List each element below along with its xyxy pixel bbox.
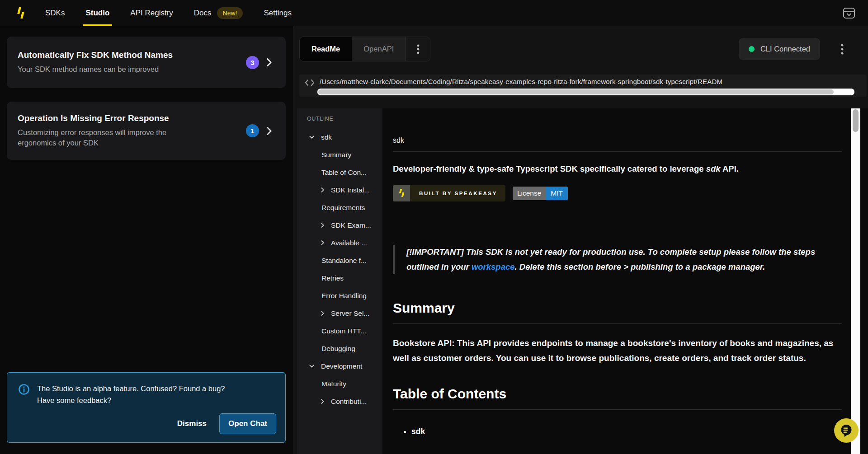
- readme-workspace: OUTLINE sdk Summary Table of Con... SDK …: [293, 108, 868, 454]
- nav-item-api-registry[interactable]: API Registry: [130, 0, 173, 26]
- outline-item-sdk[interactable]: sdk: [297, 128, 382, 146]
- license-label: License: [513, 187, 546, 200]
- chevron-right-icon: [320, 398, 326, 404]
- horizontal-scrollbar-thumb[interactable]: [318, 89, 834, 94]
- vertical-scrollbar[interactable]: [851, 108, 860, 454]
- tab-overflow-menu[interactable]: [406, 37, 430, 61]
- feedback-message: The Studio is an alpha feature. Confused…: [37, 383, 238, 406]
- readme-title: sdk: [393, 136, 842, 145]
- dismiss-button[interactable]: Dismiss: [177, 419, 207, 428]
- tab-readme[interactable]: ReadMe: [300, 37, 352, 61]
- chat-bubble-icon: [839, 423, 854, 438]
- tab-openapi[interactable]: OpenAPI: [352, 37, 406, 61]
- cli-status-label: CLI Connected: [760, 45, 810, 53]
- intro-emphasis: sdk: [706, 164, 721, 173]
- outline-item-label: Available ...: [331, 239, 367, 247]
- outline-item-label: Server Sel...: [331, 309, 369, 318]
- issues-panel: Automatically Fix SDK Method Names Your …: [0, 26, 293, 454]
- speakeasy-lightning-icon: [393, 185, 410, 201]
- outline-item-debugging[interactable]: Debugging: [297, 340, 382, 357]
- workspace-link[interactable]: workspace: [472, 262, 515, 271]
- window-dropdown-icon[interactable]: [843, 7, 855, 19]
- outline-item-retries[interactable]: Retries: [297, 269, 382, 287]
- outline-item-label: Standalone f...: [321, 257, 367, 265]
- issue-subtitle: Your SDK method names can be improved: [18, 64, 177, 75]
- outline-sidebar: OUTLINE sdk Summary Table of Con... SDK …: [297, 108, 382, 454]
- outline-item-label: Table of Con...: [321, 168, 367, 177]
- toc-heading: Table of Contents: [393, 386, 842, 402]
- panel-overflow-menu[interactable]: [841, 43, 844, 55]
- kebab-icon: [841, 43, 844, 55]
- chat-button[interactable]: [834, 418, 859, 443]
- cli-status-badge[interactable]: CLI Connected: [739, 38, 820, 60]
- vertical-scrollbar-thumb[interactable]: [853, 109, 859, 132]
- badge-row: BUILT BY SPEAKEASY License MIT: [393, 185, 842, 201]
- outline-item-sdk-examples[interactable]: SDK Exam...: [297, 216, 382, 234]
- kebab-icon: [417, 44, 420, 55]
- outline-item-available[interactable]: Available ...: [297, 234, 382, 252]
- issue-subtitle: Customizing error responses will improve…: [18, 127, 177, 148]
- toc-item-sdk[interactable]: sdk: [411, 427, 842, 436]
- issue-count-badge: 1: [246, 124, 259, 137]
- nav-item-sdks[interactable]: SDKs: [45, 0, 65, 26]
- chevron-right-icon: [320, 310, 326, 316]
- outline-item-label: Retries: [321, 274, 344, 282]
- outline-item-label: Requirements: [321, 204, 365, 212]
- built-by-label: BUILT BY SPEAKEASY: [410, 185, 505, 201]
- divider: [393, 323, 842, 324]
- divider: [393, 151, 842, 152]
- summary-body: Bookstore API: This API provides endpoin…: [393, 336, 842, 365]
- outline-item-maturity[interactable]: Maturity: [297, 375, 382, 393]
- outline-item-label: Maturity: [321, 380, 346, 388]
- main-nav: SDKs Studio API Registry Docs New! Setti…: [45, 0, 312, 26]
- readme-intro: Developer-friendly & type-safe Typescrip…: [393, 164, 842, 174]
- issue-title: Operation Is Missing Error Response: [18, 113, 246, 123]
- outline-item-server-selection[interactable]: Server Sel...: [297, 304, 382, 322]
- status-dot: [749, 46, 755, 52]
- chevron-right-icon: [320, 240, 326, 246]
- outline-item-label: SDK Instal...: [331, 186, 370, 194]
- issue-card-missing-error-response[interactable]: Operation Is Missing Error Response Cust…: [7, 102, 286, 160]
- outline-item-sdk-installation[interactable]: SDK Instal...: [297, 181, 382, 199]
- important-text: . Delete this section before > publishin…: [515, 262, 765, 271]
- info-icon: [18, 384, 30, 395]
- outline-item-standalone-functions[interactable]: Standalone f...: [297, 252, 382, 269]
- intro-text: Developer-friendly & type-safe Typescrip…: [393, 164, 706, 173]
- nav-docs-group: Docs New!: [194, 0, 243, 26]
- toc-list: sdk: [393, 427, 842, 436]
- nav-item-settings[interactable]: Settings: [264, 0, 291, 26]
- intro-text: API.: [721, 164, 739, 173]
- outline-item-contributing[interactable]: Contributi...: [297, 393, 382, 410]
- outline-item-requirements[interactable]: Requirements: [297, 199, 382, 216]
- readme-content: sdk Developer-friendly & type-safe Types…: [382, 108, 851, 454]
- code-brackets-icon: [304, 79, 315, 87]
- license-badge: License MIT: [513, 187, 568, 200]
- view-tab-group: ReadMe OpenAPI: [299, 37, 430, 61]
- outline-item-label: sdk: [321, 133, 332, 141]
- outline-item-custom-http[interactable]: Custom HTT...: [297, 322, 382, 340]
- studio-toolbar: ReadMe OpenAPI CLI Connected: [293, 26, 868, 61]
- important-note: [!IMPORTANT] This SDK is not yet ready f…: [393, 245, 822, 274]
- top-nav: SDKs Studio API Registry Docs New! Setti…: [0, 0, 868, 26]
- issue-title: Automatically Fix SDK Method Names: [18, 50, 246, 60]
- nav-item-studio[interactable]: Studio: [85, 0, 109, 26]
- speakeasy-logo-icon: [15, 6, 27, 20]
- built-by-speakeasy-badge: BUILT BY SPEAKEASY: [393, 185, 505, 201]
- open-chat-button[interactable]: Open Chat: [219, 413, 276, 434]
- outline-item-label: Custom HTT...: [321, 327, 366, 335]
- outline-item-table-of-contents[interactable]: Table of Con...: [297, 164, 382, 181]
- horizontal-scrollbar[interactable]: [317, 89, 854, 95]
- outline-item-label: Debugging: [321, 345, 355, 353]
- issue-card-fix-method-names[interactable]: Automatically Fix SDK Method Names Your …: [7, 37, 286, 88]
- file-path-bar: /Users/matthew-clarke/Documents/Coding/R…: [299, 75, 867, 97]
- new-badge: New!: [217, 7, 243, 19]
- chevron-right-icon: [266, 126, 272, 136]
- issue-text: Operation Is Missing Error Response Cust…: [18, 113, 246, 148]
- nav-item-docs[interactable]: Docs: [194, 0, 212, 26]
- divider: [393, 409, 842, 410]
- outline-item-development[interactable]: Development: [297, 357, 382, 375]
- issue-text: Automatically Fix SDK Method Names Your …: [18, 50, 246, 75]
- chevron-right-icon: [266, 58, 272, 67]
- outline-item-summary[interactable]: Summary: [297, 146, 382, 164]
- outline-item-error-handling[interactable]: Error Handling: [297, 287, 382, 304]
